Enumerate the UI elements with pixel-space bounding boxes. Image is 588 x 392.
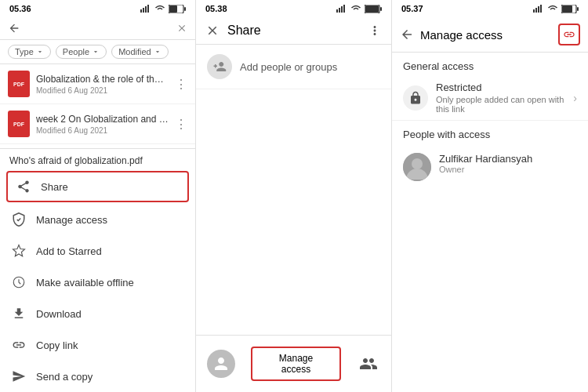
svg-rect-2 — [145, 6, 147, 13]
time-2: 05.38 — [205, 4, 227, 13]
sendcopy-label: Send a copy — [36, 371, 93, 383]
file-item-1[interactable]: PDF Globalization & the role of the stat… — [0, 64, 195, 104]
more-icon-1[interactable]: ⋮ — [175, 77, 187, 92]
search-input[interactable]: globalization — [27, 23, 170, 34]
manage-access-header: Manage access — [392, 17, 588, 53]
svg-rect-10 — [341, 6, 343, 13]
person-avatar — [403, 153, 431, 181]
people-with-access-label: People with access — [392, 121, 588, 143]
filter-modified[interactable]: Modified — [111, 45, 169, 59]
share-header: Share — [196, 17, 391, 45]
battery-icon-2 — [365, 5, 382, 13]
restricted-icon — [403, 85, 428, 111]
back-icon-3[interactable] — [400, 27, 414, 42]
people-section: Zulfikar Hardiansyah Owner — [392, 143, 588, 191]
time-3: 05.37 — [401, 4, 423, 13]
chevron-down-icon-3 — [154, 48, 162, 56]
file-item-2[interactable]: PDF week 2 On Globalization and Equality… — [0, 104, 195, 144]
share-label: Share — [41, 181, 68, 193]
user-avatar — [207, 350, 235, 378]
bottom-sheet: Who's afraid of globalization.pdf Share … — [0, 148, 195, 392]
sheet-download-item[interactable]: Download — [0, 298, 195, 329]
person-info: Zulfikar Hardiansyah Owner — [439, 153, 577, 174]
close-icon[interactable] — [176, 23, 187, 34]
download-label: Download — [36, 308, 82, 320]
restricted-desc: Only people added can open with this lin… — [436, 95, 565, 114]
signal-icon-3 — [533, 5, 544, 13]
svg-rect-14 — [380, 7, 382, 11]
svg-rect-1 — [143, 8, 144, 13]
svg-rect-20 — [562, 5, 572, 13]
sheet-selected-file: Who's afraid of globalization.pdf — [0, 149, 195, 169]
people-icon-button[interactable] — [357, 352, 380, 376]
chevron-down-icon-2 — [92, 48, 100, 56]
person-name: Zulfikar Hardiansyah — [439, 153, 577, 165]
signal-icon — [140, 5, 151, 13]
more-icon[interactable] — [368, 24, 382, 38]
svg-rect-18 — [540, 5, 542, 13]
wifi-icon — [154, 5, 165, 13]
status-bar-2: 05.38 — [196, 0, 391, 17]
share-bottom: Manage access — [196, 335, 391, 392]
sheet-copylink-item[interactable]: Copy link — [0, 329, 195, 361]
search-bar: globalization — [0, 17, 195, 40]
wifi-icon-2 — [350, 5, 361, 13]
filter-type[interactable]: Type — [8, 45, 51, 59]
svg-rect-21 — [577, 7, 579, 11]
status-icons-2 — [336, 5, 382, 13]
download-icon — [11, 306, 27, 321]
share-content — [196, 89, 391, 335]
close-icon-2[interactable] — [205, 24, 220, 38]
wifi-icon-3 — [547, 5, 558, 13]
person-role: Owner — [439, 165, 577, 174]
star-label: Add to Starred — [36, 245, 102, 257]
svg-rect-13 — [365, 5, 379, 13]
sheet-star-item[interactable]: Add to Starred — [0, 235, 195, 267]
pdf-icon-2: PDF — [8, 111, 30, 137]
back-icon[interactable] — [8, 22, 20, 34]
star-icon — [11, 243, 27, 259]
access-row[interactable]: Restricted Only people added can open wi… — [392, 75, 588, 121]
offline-label: Make available offline — [36, 277, 134, 289]
manage-label: Manage access — [36, 214, 107, 226]
svg-rect-17 — [538, 6, 539, 13]
svg-rect-3 — [147, 5, 149, 13]
panel-files: 05.36 globalization Type People Modified… — [0, 0, 196, 392]
more-icon-2[interactable]: ⋮ — [175, 117, 187, 132]
sheet-share-item[interactable]: Share — [6, 171, 189, 202]
file-list: PDF Globalization & the role of the stat… — [0, 64, 195, 148]
add-people-row[interactable]: Add people or groups — [196, 45, 391, 89]
add-people-label: Add people or groups — [240, 61, 337, 73]
panel-manage-access: 05.37 Manage access General access Restr… — [392, 0, 588, 392]
manage-access-button[interactable]: Manage access — [251, 347, 341, 381]
offline-icon — [11, 274, 27, 290]
filter-row: Type People Modified — [0, 40, 195, 64]
access-info: Restricted Only people added can open wi… — [436, 82, 565, 114]
status-icons-1 — [140, 5, 186, 13]
sheet-sendcopy-item[interactable]: Send a copy — [0, 361, 195, 392]
signal-icon-2 — [336, 5, 347, 13]
status-icons-3 — [533, 5, 579, 13]
svg-rect-6 — [184, 7, 186, 11]
svg-rect-16 — [535, 8, 537, 13]
restricted-title: Restricted — [436, 82, 565, 93]
share-title: Share — [227, 24, 360, 38]
sheet-offline-item[interactable]: Make available offline — [0, 267, 195, 298]
filter-people[interactable]: People — [56, 45, 107, 59]
svg-rect-9 — [339, 8, 340, 13]
filter-type-label: Type — [15, 47, 34, 56]
link-icon — [11, 337, 27, 353]
file-info-1: Globalization & the role of the state...… — [36, 74, 169, 95]
pdf-icon-1: PDF — [8, 71, 30, 97]
link-icon-button[interactable] — [558, 24, 580, 45]
svg-rect-5 — [169, 5, 177, 13]
sheet-manage-item[interactable]: Manage access — [0, 204, 195, 235]
status-bar-3: 05.37 — [392, 0, 588, 17]
copylink-label: Copy link — [36, 339, 78, 351]
filter-modified-label: Modified — [118, 47, 151, 56]
svg-point-23 — [412, 158, 423, 169]
panel-share: 05.38 Share Add people or groups Manage … — [196, 0, 392, 392]
status-bar-1: 05.36 — [0, 0, 195, 17]
person-row: Zulfikar Hardiansyah Owner — [403, 148, 577, 186]
send-icon — [11, 368, 27, 384]
